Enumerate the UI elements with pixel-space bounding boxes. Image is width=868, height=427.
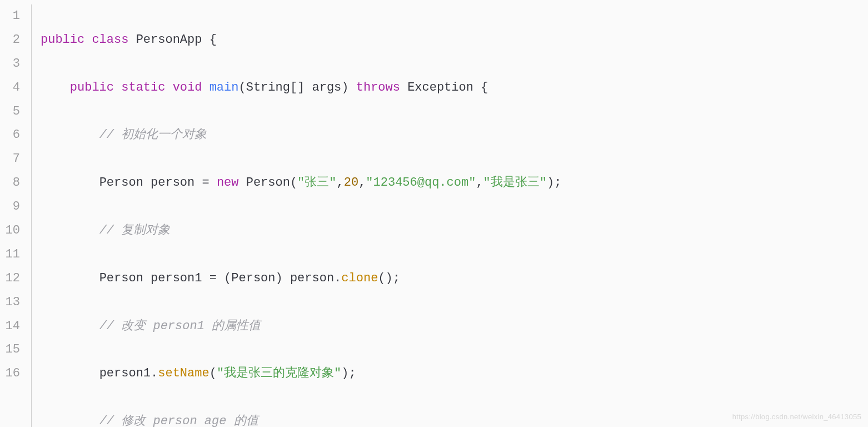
line-number: 4 [0,76,22,100]
paren: ); [547,176,561,190]
comma: , [476,176,483,190]
paren: ( [209,366,217,380]
op: = ( [209,271,232,285]
line-number: 14 [0,315,22,339]
code-line: // 改变 person1 的属性值 [41,315,868,339]
indent [41,366,99,380]
type-string: String [246,81,290,95]
paren: ) [341,81,356,95]
string-literal: "我是张三" [483,176,547,190]
string-literal: "我是张三的克隆对象" [217,366,341,380]
string-literal: "123456@qq.com" [366,176,476,190]
number-literal: 20 [344,176,358,190]
comma: , [358,176,366,190]
code-block: 1 2 3 4 5 6 7 8 9 10 11 12 13 14 15 16 p… [0,4,868,427]
line-number: 8 [0,171,22,195]
keyword-public: public [70,81,114,95]
code-line: public class PersonApp { [41,28,868,52]
code-line: public static void main(String[] args) t… [41,76,868,100]
comment: // 修改 person age 的值 [99,414,258,427]
method-main: main [209,81,239,95]
line-number: 13 [0,291,22,315]
indent [41,128,99,142]
comment: // 初始化一个对象 [99,128,207,142]
class-name: PersonApp [136,33,202,47]
paren: (); [378,271,400,285]
line-number: 7 [0,147,22,171]
line-number: 11 [0,243,22,267]
type-person: Person [99,176,143,190]
exception: Exception { [400,81,488,95]
indent [41,224,99,237]
arg: args [305,81,341,95]
var: person1 [143,271,209,285]
code-line: person1.setName("我是张三的克隆对象"); [41,362,868,386]
brackets: [] [290,81,305,95]
line-number: 15 [0,338,22,362]
code-line: Person person = new Person("张三",20,"1234… [41,171,868,195]
line-number: 12 [0,267,22,291]
keyword-new: new [217,176,239,190]
indent [41,319,99,333]
keyword-public: public [41,33,84,47]
line-number-gutter: 1 2 3 4 5 6 7 8 9 10 11 12 13 14 15 16 [0,4,31,427]
line-number: 6 [0,123,22,147]
string-literal: "张三" [297,176,336,190]
keyword-static: static [121,81,165,95]
indent [41,81,70,95]
line-number: 16 [0,362,22,386]
comment: // 改变 person1 的属性值 [99,319,261,333]
keyword-class: class [92,33,128,47]
line-number: 3 [0,52,22,76]
paren: ) person. [276,271,342,285]
paren: ( [290,176,297,190]
keyword-void: void [173,81,202,95]
code-line: Person person1 = (Person) person.clone()… [41,267,868,291]
paren: ( [238,81,246,95]
ctor: Person [238,176,290,190]
paren: ); [341,366,356,380]
indent [41,176,99,190]
indent [41,271,99,285]
method-call: setName [158,366,209,380]
code-content[interactable]: public class PersonApp { public static v… [31,4,868,427]
code-line: // 初始化一个对象 [41,123,868,147]
var: person [143,176,202,190]
comma: , [337,176,344,190]
line-number: 5 [0,100,22,124]
obj: person1. [99,366,158,380]
watermark-text: https://blog.csdn.net/weixin_46413055 [732,410,861,424]
line-number: 2 [0,28,22,52]
op: = [202,176,216,190]
line-number: 10 [0,219,22,243]
cast: Person [231,271,275,285]
keyword-throws: throws [356,81,400,95]
line-number: 1 [0,4,22,28]
method-call: clone [341,271,378,285]
code-line: // 复制对象 [41,219,868,243]
indent [41,414,99,427]
line-number: 9 [0,195,22,219]
brace: { [202,33,216,47]
type-person: Person [99,271,143,285]
comment: // 复制对象 [99,224,171,237]
